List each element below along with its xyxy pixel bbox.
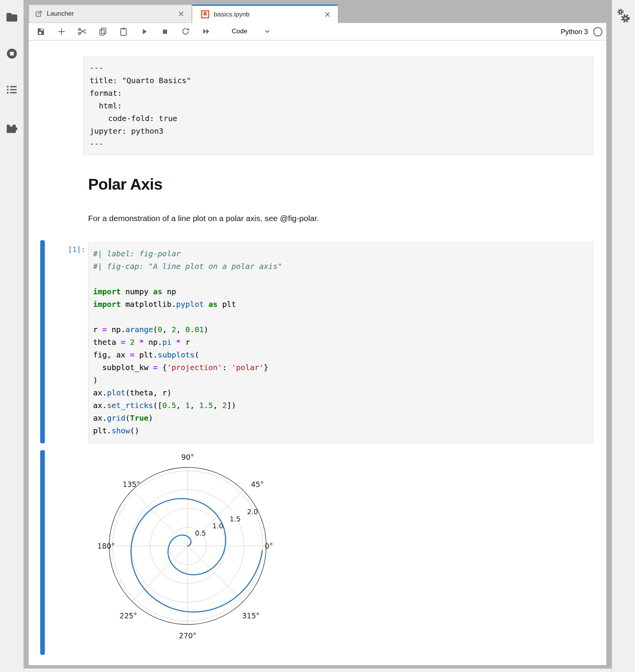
notebook-toolbar: Code Python 3 [29, 23, 606, 41]
yaml-line: jupyter: python3 [90, 125, 588, 138]
tab-launcher-label: Launcher [47, 10, 74, 18]
theta-tick-label: 0° [265, 542, 273, 550]
running-kernels-icon [5, 47, 19, 61]
right-sidebar [612, 0, 635, 672]
yaml-line: --- [90, 62, 588, 74]
code-line: plt.show() [93, 425, 589, 437]
code-line: subplot_kw = {'projection': 'polar'} [93, 361, 589, 374]
notebook-content: ---title: "Quarto Basics"format: html: c… [29, 41, 606, 665]
markdown-paragraph: For a demonstration of a line plot on a … [88, 214, 319, 223]
polar-plot-image: 0°45°90°135°180°225°270°315°0.51.01.52.0 [92, 447, 283, 650]
copy-icon [98, 27, 108, 36]
code-line: ax.set_rticks([0.5, 1, 1.5, 2]) [93, 399, 589, 412]
code-line: #| fig-cap: "A line plot on a polar axis… [93, 260, 589, 273]
code-line: ax.grid(True) [93, 412, 589, 425]
theta-tick-label: 180° [97, 542, 115, 550]
cut-cells-button[interactable] [77, 26, 87, 37]
cell-type-value: Code [232, 28, 247, 35]
plus-icon [57, 27, 66, 36]
r-tick-label: 2.0 [247, 508, 258, 516]
paste-icon [119, 27, 128, 36]
gears-icon [615, 7, 632, 25]
notebook-icon [201, 10, 209, 19]
kernel-status-circle-icon [592, 26, 603, 37]
tab-bar: Launcher basics.ipynb [29, 5, 606, 23]
markdown-heading: Polar Axis [88, 175, 162, 193]
input-collapser-bar[interactable] [40, 240, 45, 443]
spiral-line [131, 498, 262, 612]
polar-spoke [132, 546, 188, 602]
r-tick-label: 1.5 [230, 515, 241, 523]
tab-launcher-close-icon[interactable] [177, 10, 185, 18]
table-of-contents-button[interactable] [5, 83, 19, 97]
yaml-line: format: [90, 87, 588, 100]
tab-basics-label: basics.ipynb [214, 11, 250, 18]
window-bottom-strip [24, 669, 612, 672]
kernel-name: Python 3 [561, 28, 588, 36]
main-panel: Launcher basics.ipynb [29, 5, 606, 665]
restart-run-all-button[interactable] [201, 26, 211, 37]
theta-tick-label: 225° [119, 611, 137, 620]
property-inspector-button[interactable] [615, 7, 632, 25]
tab-launcher[interactable]: Launcher [29, 5, 192, 23]
code-line: ) [93, 374, 589, 387]
stop-kernel-button[interactable] [160, 26, 170, 37]
folder-icon [5, 10, 19, 24]
scissors-icon [77, 26, 87, 36]
code-editor[interactable]: #| label: fig-polar#| fig-cap: "A line p… [88, 242, 594, 443]
left-sidebar [0, 0, 24, 672]
yaml-line: --- [90, 138, 588, 150]
restart-icon [181, 27, 190, 36]
execution-count-prompt: [1]: [50, 245, 85, 254]
theta-tick-label: 90° [181, 453, 194, 461]
tab-basics-close-icon[interactable] [323, 10, 332, 19]
file-browser-button[interactable] [5, 10, 19, 25]
code-line: ax.plot(theta, r) [93, 387, 589, 399]
theta-tick-label: 270° [179, 631, 196, 640]
yaml-line: html: [90, 100, 588, 112]
puzzle-icon [5, 120, 19, 133]
theta-tick-label: 315° [242, 611, 260, 620]
kernel-indicator[interactable]: Python 3 [561, 23, 603, 41]
code-line [93, 273, 589, 285]
restart-kernel-button[interactable] [180, 26, 191, 37]
paste-cells-button[interactable] [118, 26, 129, 37]
running-kernels-button[interactable] [5, 47, 19, 61]
yaml-line: title: "Quarto Basics" [90, 74, 588, 87]
code-line: r = np.arange(0, 2, 0.01) [93, 323, 589, 336]
copy-cells-button[interactable] [98, 26, 108, 37]
code-line [93, 311, 589, 323]
polar-spoke [188, 546, 243, 602]
cell-type-selector[interactable]: Code [232, 28, 271, 35]
insert-cell-button[interactable] [56, 26, 67, 37]
yaml-line: code-fold: true [90, 112, 588, 125]
r-tick-label: 0.5 [195, 529, 206, 537]
theta-tick-label: 45° [251, 480, 264, 488]
save-icon [36, 27, 46, 36]
extension-manager-button[interactable] [5, 120, 19, 134]
r-tick-label: 1.0 [212, 522, 223, 530]
code-line: theta = 2 * np.pi * r [93, 336, 589, 349]
code-line: fig, ax = plt.subplots( [93, 349, 589, 361]
code-line: import matplotlib.pyplot as plt [93, 298, 589, 311]
output-collapser-bar[interactable] [40, 450, 45, 655]
chevron-down-icon [263, 28, 271, 35]
stop-icon [160, 27, 170, 36]
launcher-icon [34, 10, 43, 18]
run-icon [139, 27, 149, 36]
yaml-front-matter-cell: ---title: "Quarto Basics"format: html: c… [83, 57, 594, 155]
output-area: 0°45°90°135°180°225°270°315°0.51.01.52.0 [92, 447, 283, 650]
save-button[interactable] [36, 26, 46, 37]
theta-tick-label: 135° [123, 480, 140, 488]
tab-basics-ipynb[interactable]: basics.ipynb [192, 5, 338, 23]
fast-forward-icon [201, 26, 211, 36]
table-of-contents-icon [5, 83, 19, 97]
run-cell-button[interactable] [139, 26, 149, 37]
code-line: #| label: fig-polar [93, 247, 589, 260]
code-line: import numpy as np [93, 285, 589, 298]
